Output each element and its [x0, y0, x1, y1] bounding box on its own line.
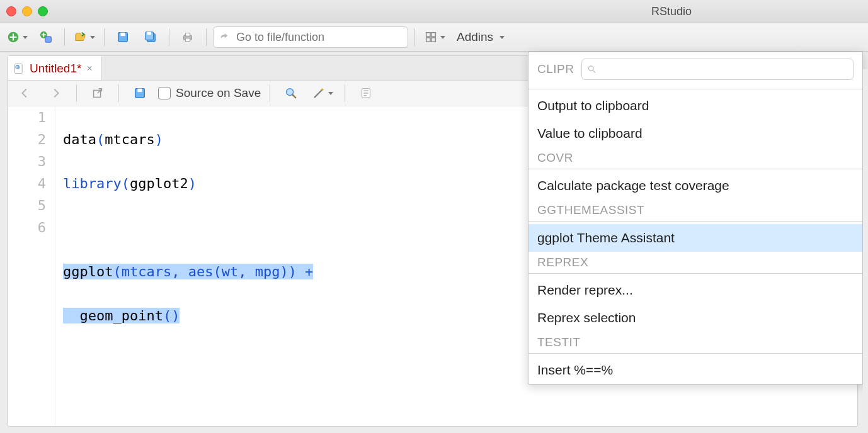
window-maximize-button[interactable]	[38, 6, 48, 16]
code-token: )	[188, 176, 197, 191]
chevron-down-icon	[440, 36, 445, 39]
show-in-new-window-button[interactable]	[86, 83, 110, 103]
code-tools-button[interactable]	[309, 83, 336, 103]
tab-label: Untitled1*	[30, 62, 81, 76]
svg-rect-9	[185, 33, 190, 37]
addins-label: Addins	[457, 30, 493, 44]
svg-text:R: R	[16, 65, 19, 69]
chevron-down-icon	[23, 36, 28, 39]
traffic-lights	[6, 6, 48, 16]
new-project-button[interactable]	[34, 27, 58, 47]
goto-file-function-field[interactable]	[213, 26, 408, 48]
addin-ggplot-theme-assistant[interactable]: ggplot Theme Assistant	[528, 224, 862, 252]
chevron-down-icon	[500, 36, 505, 39]
goto-input[interactable]	[235, 30, 401, 45]
right-pane-peek	[863, 69, 868, 396]
toolbar-separator	[169, 28, 169, 46]
printer-icon	[181, 30, 195, 44]
svg-rect-10	[185, 38, 190, 42]
wand-icon	[312, 86, 326, 100]
line-number: 3	[8, 150, 46, 172]
addins-section-covr: COVR	[528, 147, 862, 166]
toolbar-separator	[76, 84, 77, 102]
window-close-button[interactable]	[6, 6, 16, 16]
nav-forward-button[interactable]	[43, 83, 67, 103]
compile-report-button[interactable]	[354, 83, 378, 103]
code-line: library(ggplot2)	[63, 172, 313, 194]
code-area[interactable]: data(mtcars) library(ggplot2) ggplot(mtc…	[55, 106, 313, 426]
line-number: 2	[8, 128, 46, 150]
line-number: 4	[8, 172, 46, 194]
folder-open-icon	[74, 30, 88, 44]
code-token: library	[63, 176, 122, 191]
addins-section-reprex: REPREX	[528, 252, 862, 271]
find-replace-button[interactable]	[279, 83, 303, 103]
arrow-right-icon	[49, 86, 62, 100]
r-script-icon: R	[13, 62, 26, 75]
line-number: 6	[8, 216, 46, 239]
toolbar-separator	[270, 84, 270, 102]
addins-search-field[interactable]	[581, 59, 854, 80]
code-token: data	[63, 132, 96, 147]
editor-tab-untitled1[interactable]: R Untitled1* ×	[8, 56, 102, 80]
addin-value-to-clipboard[interactable]: Value to clipboard	[528, 120, 862, 147]
open-file-button[interactable]	[71, 27, 98, 47]
addins-dropdown[interactable]: CLIPR Output to clipboard Value to clipb…	[528, 52, 863, 385]
toolbar-separator	[118, 84, 119, 102]
code-line: geom_point()	[63, 305, 313, 327]
addin-reprex-selection[interactable]: Reprex selection	[528, 304, 862, 332]
code-token: (	[96, 132, 105, 147]
line-number: 5	[8, 194, 46, 216]
code-token: geom_point	[63, 308, 163, 323]
save-all-button[interactable]	[139, 27, 163, 47]
nav-back-button[interactable]	[13, 83, 37, 103]
code-token: mtcars	[105, 132, 154, 147]
addin-insert-equals[interactable]: Insert %==%	[528, 356, 862, 384]
save-button[interactable]	[111, 27, 135, 47]
addins-section-clipr: CLIPR	[537, 62, 574, 76]
addins-section-testit: TESTIT	[528, 332, 862, 351]
popout-icon	[91, 86, 105, 100]
addin-output-to-clipboard[interactable]: Output to clipboard	[528, 92, 862, 120]
floppy-icon	[116, 30, 130, 44]
notebook-icon	[359, 86, 373, 100]
addins-menu-header: CLIPR	[528, 56, 862, 86]
print-button[interactable]	[176, 27, 200, 47]
close-tab-button[interactable]: ×	[85, 63, 93, 74]
checkbox-icon	[158, 87, 171, 99]
source-on-save-toggle[interactable]: Source on Save	[158, 86, 261, 100]
code-token: ()	[163, 308, 180, 323]
toolbar-separator	[345, 84, 345, 102]
plus-cube-icon	[39, 30, 53, 44]
addins-section-ggtheme: GGTHEMEASSIST	[528, 200, 862, 218]
code-line: ggplot(mtcars, aes(wt, mpg)) +	[63, 261, 313, 283]
menu-divider	[528, 169, 862, 169]
code-token: ggplot2	[130, 176, 188, 191]
new-file-button[interactable]	[4, 27, 30, 47]
menu-divider	[528, 221, 862, 222]
addins-search-input[interactable]	[601, 62, 848, 76]
addin-calculate-coverage[interactable]: Calculate package test coverage	[528, 172, 862, 200]
menu-divider	[528, 353, 862, 354]
titlebar: RStudio	[0, 0, 868, 23]
addin-render-reprex[interactable]: Render reprex...	[528, 276, 862, 304]
magnifier-icon	[284, 86, 298, 100]
svg-rect-14	[431, 38, 435, 42]
window-title: RStudio	[48, 5, 862, 18]
toolbar-separator	[64, 28, 65, 46]
save-document-button[interactable]	[128, 83, 152, 103]
svg-rect-7	[147, 32, 151, 35]
svg-point-23	[589, 66, 594, 71]
plus-circle-icon	[6, 30, 20, 44]
gutter: 1 2 3 4 5 6	[8, 106, 55, 426]
workspace-panes-button[interactable]	[421, 27, 448, 47]
grid-icon	[424, 30, 438, 44]
window-minimize-button[interactable]	[22, 6, 32, 16]
addins-button[interactable]: Addins	[452, 27, 510, 47]
svg-rect-12	[431, 33, 435, 37]
arrow-left-icon	[18, 86, 32, 100]
code-token: ggplot	[63, 264, 113, 279]
code-line: data(mtcars)	[63, 128, 313, 150]
code-token: (	[122, 176, 130, 191]
code-line	[63, 216, 313, 239]
